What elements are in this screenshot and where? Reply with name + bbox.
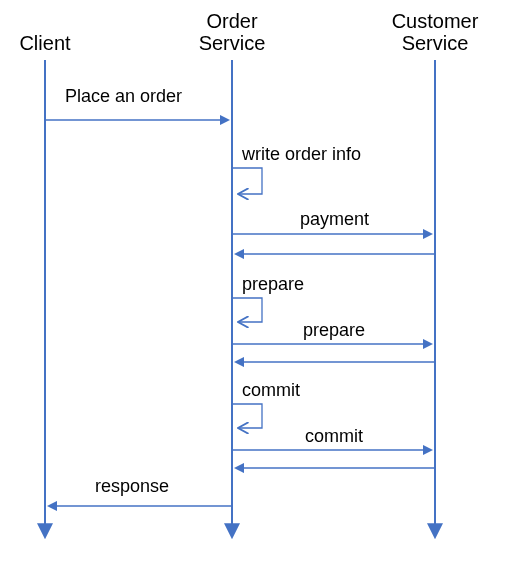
actor-order-service-label-2: Service — [199, 32, 266, 54]
msg-place-order-label: Place an order — [65, 86, 182, 106]
msg-prepare-self — [232, 298, 262, 322]
actor-customer-service-label-1: Customer — [392, 10, 479, 32]
actor-customer-service-label-2: Service — [402, 32, 469, 54]
msg-response-label: response — [95, 476, 169, 496]
msg-commit-self — [232, 404, 262, 428]
msg-payment-label: payment — [300, 209, 369, 229]
sequence-diagram: Client Order Service Customer Service Pl… — [0, 0, 517, 564]
actor-order-service-label-1: Order — [206, 10, 257, 32]
msg-write-order-info-label: write order info — [241, 144, 361, 164]
actor-client-label: Client — [19, 32, 71, 54]
msg-commit-self-label: commit — [242, 380, 300, 400]
msg-prepare-label: prepare — [303, 320, 365, 340]
msg-write-order-info — [232, 168, 262, 194]
msg-prepare-self-label: prepare — [242, 274, 304, 294]
msg-commit-label: commit — [305, 426, 363, 446]
